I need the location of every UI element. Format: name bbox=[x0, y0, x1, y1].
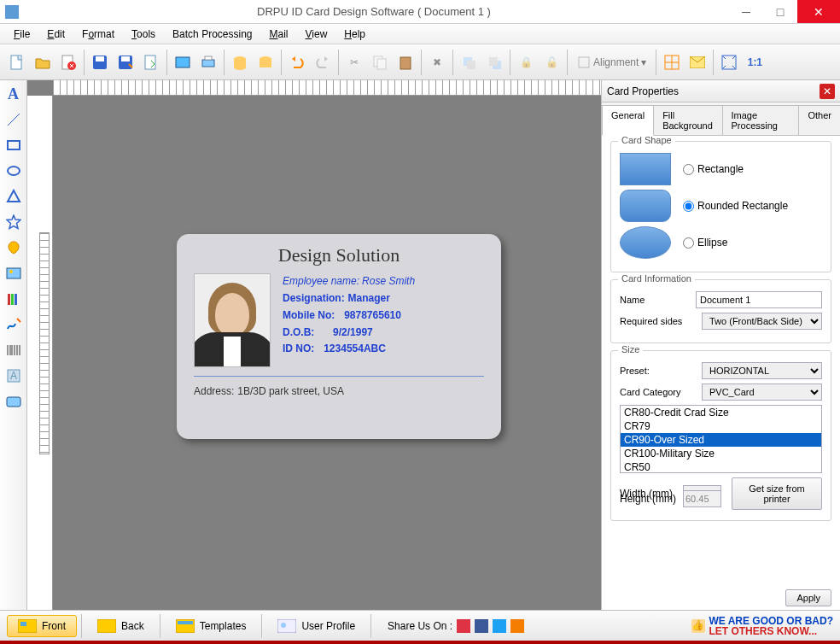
svg-rect-33 bbox=[11, 294, 14, 305]
tab-image[interactable]: Image Processing bbox=[722, 105, 800, 135]
list-item[interactable]: CR90-Over Sized bbox=[621, 433, 821, 447]
shape-rrect-preview[interactable] bbox=[620, 190, 671, 222]
name-input[interactable] bbox=[696, 291, 822, 308]
menu-view[interactable]: View bbox=[299, 26, 335, 43]
blogger-icon[interactable] bbox=[510, 619, 524, 633]
id-no[interactable]: ID NO: 1234554ABC bbox=[283, 340, 484, 357]
menu-edit[interactable]: Edit bbox=[40, 26, 72, 43]
data2-icon[interactable] bbox=[254, 50, 277, 74]
unlock-icon[interactable]: 🔓 bbox=[540, 50, 563, 74]
height-input[interactable] bbox=[683, 490, 721, 507]
promo-banner[interactable]: 👍 WE ARE GOOD OR BAD? LET OTHERS KNOW... bbox=[691, 616, 833, 636]
saveas-icon[interactable] bbox=[114, 50, 137, 74]
mail-icon[interactable] bbox=[685, 50, 709, 74]
fit-icon[interactable] bbox=[717, 50, 741, 74]
list-item[interactable]: CR80-Credit Crad Size bbox=[621, 406, 821, 419]
twitter-icon[interactable] bbox=[493, 619, 506, 633]
del-icon[interactable]: ✖ bbox=[425, 50, 449, 74]
shape-ellipse-preview[interactable] bbox=[620, 226, 671, 259]
sides-select[interactable]: Two (Front/Back Side) bbox=[702, 313, 822, 330]
size-list[interactable]: CR80-Credit Crad Size CR79 CR90-Over Siz… bbox=[620, 405, 822, 473]
radio-rounded-rectangle[interactable]: Rounded Rectangle bbox=[683, 200, 788, 212]
front-tab[interactable]: Front bbox=[7, 615, 77, 637]
menu-tools[interactable]: Tools bbox=[125, 26, 162, 43]
emp-name[interactable]: Employee name: Rose Smith bbox=[283, 273, 484, 289]
maximize-button[interactable]: □ bbox=[763, 0, 797, 23]
facebook-icon[interactable] bbox=[475, 619, 488, 633]
print-icon[interactable] bbox=[196, 50, 220, 74]
text-tool-icon[interactable]: A bbox=[3, 84, 24, 104]
lock-icon[interactable]: 🔒 bbox=[514, 50, 538, 74]
rect-tool-icon[interactable] bbox=[3, 135, 24, 155]
id-card[interactable]: Design Solution Employee name: Rose Smit… bbox=[177, 234, 501, 439]
share-label: Share Us On : bbox=[388, 620, 452, 632]
wizard-icon[interactable] bbox=[171, 50, 195, 74]
close-button[interactable]: ✕ bbox=[797, 0, 840, 23]
new-icon[interactable] bbox=[5, 50, 29, 74]
props-tabs: General Fill Background Image Processing… bbox=[602, 102, 840, 136]
mobile[interactable]: Mobile No: 9878765610 bbox=[283, 307, 484, 324]
copy-icon[interactable] bbox=[368, 50, 392, 74]
card-title[interactable]: Design Solution bbox=[194, 244, 484, 266]
menu-format[interactable]: Format bbox=[75, 26, 121, 43]
back-icon[interactable] bbox=[482, 50, 506, 74]
list-item[interactable]: CR50 bbox=[621, 460, 821, 473]
barcode-tool-icon[interactable] bbox=[3, 340, 24, 360]
get-size-button[interactable]: Get size from printer bbox=[732, 477, 822, 510]
radio-rectangle[interactable]: Rectangle bbox=[683, 163, 744, 175]
undo-icon[interactable] bbox=[285, 50, 309, 74]
card-divider bbox=[194, 376, 484, 377]
list-item[interactable]: CR79 bbox=[621, 419, 821, 433]
menu-batch[interactable]: Batch Processing bbox=[166, 26, 259, 43]
front-icon[interactable] bbox=[457, 50, 481, 74]
grid-icon[interactable] bbox=[660, 50, 684, 74]
svg-point-29 bbox=[8, 167, 20, 175]
radio-ellipse[interactable]: Ellipse bbox=[683, 237, 727, 249]
image-tool-icon[interactable] bbox=[3, 263, 24, 284]
shape-tool-icon[interactable] bbox=[3, 237, 24, 258]
canvas[interactable]: Design Solution Employee name: Rose Smit… bbox=[27, 80, 601, 610]
apply-button[interactable]: Apply bbox=[785, 589, 831, 606]
card-photo[interactable] bbox=[194, 273, 271, 367]
address[interactable]: Address: 1B/3D park street, USA bbox=[194, 383, 484, 397]
designation[interactable]: Designation: Manager bbox=[283, 289, 484, 307]
data-icon[interactable] bbox=[228, 50, 252, 74]
alignment-button[interactable]: Alignment ▾ bbox=[571, 50, 652, 74]
menu-file[interactable]: File bbox=[7, 26, 37, 43]
back-tab[interactable]: Back bbox=[86, 615, 155, 637]
line-tool-icon[interactable] bbox=[3, 109, 24, 130]
cut-icon[interactable]: ✂ bbox=[342, 50, 366, 74]
paste-icon[interactable] bbox=[394, 50, 417, 74]
shape-rect-preview[interactable] bbox=[620, 153, 671, 185]
ellipse-tool-icon[interactable] bbox=[3, 161, 24, 181]
dob[interactable]: D.O.B: 9/2/1997 bbox=[283, 324, 484, 341]
star-tool-icon[interactable] bbox=[3, 212, 24, 232]
svg-rect-7 bbox=[145, 56, 155, 69]
tab-fill[interactable]: Fill Background bbox=[653, 105, 722, 135]
open-icon[interactable] bbox=[31, 50, 55, 74]
props-close-icon[interactable]: ✕ bbox=[820, 84, 835, 99]
delete-file-icon[interactable] bbox=[56, 50, 80, 74]
menu-help[interactable]: Help bbox=[337, 26, 372, 43]
category-select[interactable]: PVC_Card bbox=[702, 383, 822, 401]
gplus-icon[interactable] bbox=[457, 619, 470, 633]
sign-tool-icon[interactable] bbox=[3, 314, 24, 335]
save-icon[interactable] bbox=[88, 50, 112, 74]
svg-rect-9 bbox=[202, 60, 214, 67]
tab-general[interactable]: General bbox=[602, 105, 654, 136]
list-item[interactable]: CR100-Military Size bbox=[621, 447, 821, 460]
triangle-tool-icon[interactable] bbox=[3, 186, 24, 207]
profile-button[interactable]: User Profile bbox=[266, 615, 366, 637]
library-tool-icon[interactable] bbox=[3, 289, 24, 309]
actual-icon[interactable]: 1:1 bbox=[743, 50, 767, 74]
preset-select[interactable]: HORIZONTAL bbox=[702, 362, 822, 379]
watermark-tool-icon[interactable]: A bbox=[3, 366, 24, 386]
minimize-button[interactable]: ─ bbox=[729, 0, 763, 23]
export-icon[interactable] bbox=[139, 50, 163, 74]
tab-other[interactable]: Other bbox=[798, 105, 840, 135]
redo-icon[interactable] bbox=[311, 50, 335, 74]
menu-mail[interactable]: Mail bbox=[263, 26, 295, 43]
card-tool-icon[interactable] bbox=[3, 391, 24, 412]
info-legend: Card Information bbox=[618, 273, 695, 284]
templates-button[interactable]: Templates bbox=[165, 615, 258, 637]
